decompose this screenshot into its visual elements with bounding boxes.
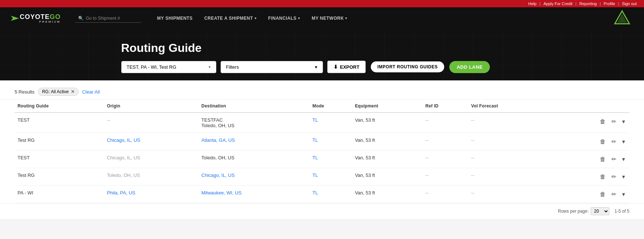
rows-per-page-control: Rows per page: 20 10 50 100 — [558, 207, 609, 215]
delete-row-button[interactable]: 🗑 — [598, 138, 607, 146]
cell-actions: 🗑 ✏ ▾ — [547, 113, 629, 133]
edit-row-button[interactable]: ✏ — [610, 172, 618, 181]
expand-row-button[interactable]: ▾ — [621, 137, 626, 146]
expand-row-button[interactable]: ▾ — [621, 117, 626, 126]
search-box: 🔍 — [75, 14, 141, 23]
cell-origin: Toledo, OH, US — [104, 168, 199, 186]
routing-guide-table: Routing Guide Origin Destination Mode Eq… — [15, 100, 629, 203]
cell-vol-forecast: -- — [468, 186, 547, 203]
delete-row-button[interactable]: 🗑 — [598, 173, 607, 181]
cell-ref-id: -- — [423, 168, 468, 186]
reporting-link[interactable]: Reporting — [579, 1, 597, 6]
hero-content: Routing Guide TEST, PA - WI, Test RG ▾ F… — [121, 41, 523, 73]
nav-financials[interactable]: FINANCIALS ▾ — [263, 13, 305, 24]
hero-section: Routing Guide TEST, PA - WI, Test RG ▾ F… — [0, 29, 644, 80]
destination-link[interactable]: Milwaukee, WI, US — [201, 190, 241, 196]
add-lane-button[interactable]: ADD LANE — [449, 61, 490, 73]
apply-credit-link[interactable]: Apply For Credit — [544, 1, 572, 6]
row-actions: 🗑 ✏ ▾ — [550, 137, 626, 146]
sign-out-link[interactable]: Sign out — [622, 1, 637, 6]
delete-row-button[interactable]: 🗑 — [598, 155, 607, 163]
rows-per-page-label: Rows per page: — [558, 209, 588, 214]
edit-row-button[interactable]: ✏ — [610, 117, 618, 126]
delete-row-button[interactable]: 🗑 — [598, 118, 607, 126]
svg-marker-1 — [617, 14, 627, 23]
financials-chevron-icon: ▾ — [298, 16, 300, 20]
logo-coyote: COYOTE — [20, 14, 50, 20]
cell-equipment: Van, 53 ft — [352, 151, 423, 168]
origin-link[interactable]: Phila, PA, US — [107, 190, 136, 196]
origin-text: Toledo, OH, US — [107, 172, 140, 178]
cell-routing-guide: Test RG — [15, 168, 104, 186]
cell-mode: TL — [309, 168, 352, 186]
cell-routing-guide: TEST — [15, 113, 104, 133]
sep2: | — [575, 1, 576, 6]
col-header-equipment: Equipment — [352, 100, 423, 113]
search-input[interactable] — [86, 16, 137, 21]
edit-row-button[interactable]: ✏ — [610, 190, 618, 198]
import-routing-guides-button[interactable]: IMPORT ROUTING GUIDES — [370, 61, 445, 73]
cell-vol-forecast: -- — [468, 113, 547, 133]
origin-text: -- — [107, 117, 110, 123]
sep1: | — [540, 1, 541, 6]
cell-origin: Chicago, IL, US — [104, 151, 199, 168]
nav-my-shipments[interactable]: MY SHIPMENTS — [152, 13, 198, 24]
edit-row-button[interactable]: ✏ — [610, 155, 618, 163]
create-shipment-chevron-icon: ▾ — [255, 16, 257, 20]
nav-logo-icon — [611, 7, 633, 29]
col-header-actions — [547, 100, 629, 113]
utility-bar: Help | Apply For Credit | Reporting | Pr… — [0, 0, 644, 7]
clear-all-link[interactable]: Clear All — [82, 89, 100, 95]
filter-tag-close-button[interactable]: ✕ — [71, 89, 75, 94]
cell-equipment: Van, 53 ft — [352, 168, 423, 186]
cell-actions: 🗑 ✏ ▾ — [547, 151, 629, 168]
cell-routing-guide: Test RG — [15, 133, 104, 151]
cell-actions: 🗑 ✏ ▾ — [547, 168, 629, 186]
expand-row-button[interactable]: ▾ — [621, 190, 626, 198]
logo-text: COYOTE GO PREMIUM — [20, 14, 61, 23]
cell-routing-guide: TEST — [15, 151, 104, 168]
logo-arrow-icon: ➤ — [9, 14, 19, 23]
my-network-chevron-icon: ▾ — [345, 16, 347, 20]
table-header-row: Routing Guide Origin Destination Mode Eq… — [15, 100, 629, 113]
expand-row-button[interactable]: ▾ — [621, 155, 626, 163]
export-button[interactable]: ⬇ EXPORT — [327, 61, 366, 73]
page-info: 1-5 of 5 — [614, 209, 629, 214]
main-nav: ➤ COYOTE GO PREMIUM 🔍 MY SHIPMENTS CREAT… — [0, 7, 644, 29]
filters-dropdown[interactable]: Filters ▾ — [221, 61, 323, 73]
cell-actions: 🗑 ✏ ▾ — [547, 133, 629, 151]
cell-vol-forecast: -- — [468, 133, 547, 151]
col-header-ref-id: Ref ID — [423, 100, 468, 113]
cell-vol-forecast: -- — [468, 151, 547, 168]
rows-per-page-select[interactable]: 20 10 50 100 — [591, 207, 609, 215]
routing-guide-dropdown[interactable]: TEST, PA - WI, Test RG ▾ — [121, 61, 216, 73]
logo-premium: PREMIUM — [20, 20, 61, 23]
delete-row-button[interactable]: 🗑 — [598, 190, 607, 198]
origin-link[interactable]: Chicago, IL, US — [107, 137, 140, 143]
table-row: Test RG Chicago, IL, US Atlanta, GA, US … — [15, 133, 629, 151]
col-header-destination: Destination — [198, 100, 309, 113]
logo[interactable]: ➤ COYOTE GO PREMIUM — [11, 14, 61, 23]
cell-destination: Chicago, IL, US — [198, 168, 309, 186]
col-header-vol-forecast: Vol Forecast — [468, 100, 547, 113]
expand-row-button[interactable]: ▾ — [621, 172, 626, 181]
export-icon: ⬇ — [334, 64, 338, 70]
cell-mode: TL — [309, 133, 352, 151]
nav-my-network[interactable]: MY NETWORK ▾ — [306, 13, 353, 24]
destination-link[interactable]: Chicago, IL, US — [201, 172, 235, 178]
nav-create-shipment[interactable]: CREATE A SHIPMENT ▾ — [199, 13, 262, 24]
cell-mode: TL — [309, 151, 352, 168]
cell-vol-forecast: -- — [468, 168, 547, 186]
page-title: Routing Guide — [121, 41, 523, 55]
routing-guide-chevron-icon: ▾ — [209, 65, 211, 69]
edit-row-button[interactable]: ✏ — [610, 137, 618, 146]
cell-routing-guide: PA - WI — [15, 186, 104, 203]
destination-link[interactable]: Atlanta, GA, US — [201, 137, 235, 143]
logo-go: GO — [50, 14, 61, 20]
cell-ref-id: -- — [423, 113, 468, 133]
cell-equipment: Van, 53 ft — [352, 186, 423, 203]
help-link[interactable]: Help — [528, 1, 537, 6]
profile-link[interactable]: Profile — [604, 1, 615, 6]
cell-ref-id: -- — [423, 133, 468, 151]
filter-tag-all-active: RG: All Active ✕ — [38, 88, 79, 96]
